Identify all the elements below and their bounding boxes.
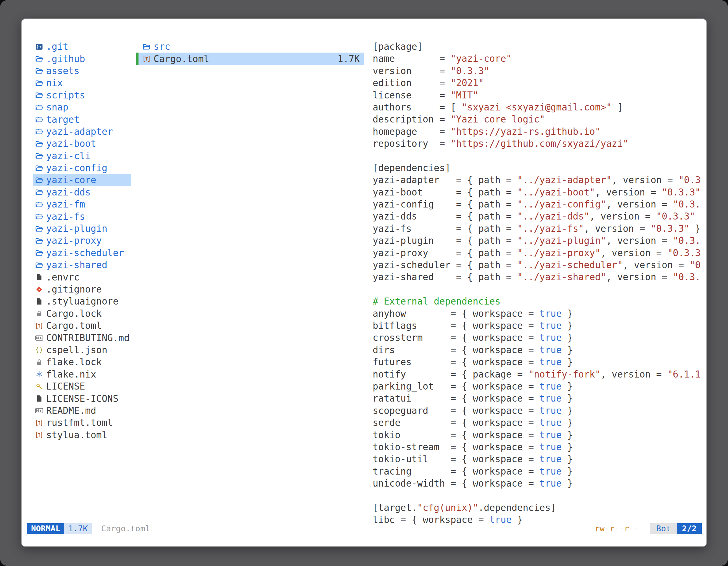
dir-entry-.git[interactable]: .git — [33, 41, 131, 53]
dir-entry-yazi-shared[interactable]: yazi-shared — [33, 259, 131, 271]
folder-icon — [34, 150, 44, 161]
dir-entry-src[interactable]: src — [136, 41, 364, 53]
preview-line: bitflags = { workspace = true } — [373, 319, 706, 332]
dir-entry-yazi-boot[interactable]: yazi-boot — [33, 138, 131, 150]
file-entry-stylua.toml[interactable]: stylua.toml — [33, 429, 131, 441]
file-preview-pane: [package]name = "yazi-core"version = "0.… — [373, 41, 706, 526]
file-icon — [34, 272, 44, 283]
toml-icon — [141, 53, 152, 64]
preview-line: edition = "2021" — [373, 77, 706, 89]
dir-entry-yazi-scheduler[interactable]: yazi-scheduler — [33, 247, 131, 259]
permissions-indicator: -rw-r--r-- — [590, 523, 639, 534]
dir-entry-assets[interactable]: assets — [33, 65, 131, 77]
folder-icon — [34, 126, 44, 137]
nix-icon — [34, 368, 44, 380]
preview-line: yazi-shared = { path = "../yazi-shared",… — [373, 271, 706, 283]
dir-entry-yazi-cli[interactable]: yazi-cli — [33, 150, 131, 162]
file-entry-.styluaignore[interactable]: .styluaignore — [33, 295, 131, 307]
entry-name: LICENSE — [46, 381, 85, 392]
preview-line: ratatui = { workspace = true } — [373, 392, 706, 404]
entry-name: .github — [46, 53, 85, 64]
preview-line: yazi-adapter = { path = "../yazi-adapter… — [373, 174, 706, 186]
dir-entry-yazi-config[interactable]: yazi-config — [33, 162, 131, 174]
entry-name: yazi-dds — [46, 187, 91, 198]
preview-line: yazi-proxy = { path = "../yazi-proxy", v… — [373, 247, 706, 259]
file-entry-cspell.json[interactable]: cspell.json — [33, 344, 131, 356]
preview-line: [target."cfg(unix)".dependencies] — [373, 502, 706, 514]
status-bar: NORMAL 1.7K Cargo.toml -rw-r--r-- Bot 2/… — [27, 523, 702, 534]
dir-entry-yazi-dds[interactable]: yazi-dds — [33, 186, 131, 198]
toml-icon — [34, 429, 44, 440]
entry-name: CONTRIBUTING.md — [46, 332, 130, 343]
entry-name: Cargo.lock — [46, 308, 102, 319]
entry-name: .envrc — [46, 272, 79, 283]
json-icon — [34, 344, 44, 355]
file-entry-Cargo.toml[interactable]: Cargo.toml — [33, 319, 131, 332]
preview-line: yazi-boot = { path = "../yazi-boot", ver… — [373, 186, 706, 198]
git-icon — [34, 284, 44, 295]
file-size-indicator: 1.7K — [64, 523, 92, 534]
entry-name: src — [154, 41, 170, 52]
preview-line: [package] — [373, 41, 706, 53]
current-directory-pane: srcCargo.toml1.7K — [136, 41, 364, 65]
entry-name: flake.lock — [46, 356, 102, 367]
preview-line: serde = { workspace = true } — [373, 417, 706, 429]
file-entry-flake.nix[interactable]: flake.nix — [33, 368, 131, 380]
preview-line — [373, 283, 706, 295]
yazi-window: .git.githubassetsnixscriptssnaptargetyaz… — [21, 18, 707, 547]
key-icon — [34, 381, 44, 392]
entry-name: yazi-shared — [46, 260, 107, 271]
dir-entry-target[interactable]: target — [33, 113, 131, 125]
file-entry-flake.lock[interactable]: flake.lock — [33, 356, 131, 368]
entry-name: LICENSE-ICONS — [46, 393, 118, 404]
status-filename: Cargo.toml — [101, 523, 150, 534]
dir-entry-yazi-fm[interactable]: yazi-fm — [33, 198, 131, 210]
file-entry-.gitignore[interactable]: .gitignore — [33, 283, 131, 295]
entry-name: yazi-config — [46, 163, 107, 173]
dir-entry-snap[interactable]: snap — [33, 101, 131, 113]
file-entry-LICENSE-ICONS[interactable]: LICENSE-ICONS — [33, 392, 131, 404]
preview-line: [dependencies] — [373, 162, 706, 174]
entry-name: yazi-cli — [46, 151, 91, 161]
dir-entry-scripts[interactable]: scripts — [33, 89, 131, 101]
folder-icon — [34, 175, 44, 186]
entry-name: Cargo.toml — [46, 320, 102, 331]
dir-entry-yazi-core[interactable]: yazi-core — [33, 174, 131, 186]
file-entry-CONTRIBUTING.md[interactable]: CONTRIBUTING.md — [33, 332, 131, 344]
entry-name: cspell.json — [46, 344, 107, 355]
file-entry-Cargo.lock[interactable]: Cargo.lock — [33, 307, 131, 319]
file-entry-Cargo.toml[interactable]: Cargo.toml1.7K — [136, 53, 364, 65]
entry-name: stylua.toml — [46, 429, 107, 440]
preview-line: # External dependencies — [373, 295, 706, 307]
preview-line — [373, 150, 706, 162]
dir-entry-yazi-fs[interactable]: yazi-fs — [33, 210, 131, 222]
entry-name: yazi-fs — [46, 211, 85, 222]
file-entry-.envrc[interactable]: .envrc — [33, 271, 131, 283]
dir-entry-yazi-proxy[interactable]: yazi-proxy — [33, 235, 131, 247]
permission-segment: -- — [614, 524, 624, 533]
permission-segment: r — [624, 524, 629, 533]
preview-line: anyhow = { workspace = true } — [373, 307, 706, 319]
file-entry-rustfmt.toml[interactable]: rustfmt.toml — [33, 417, 131, 429]
entry-name: yazi-adapter — [46, 126, 113, 137]
entry-name: yazi-fm — [46, 199, 85, 210]
dir-entry-yazi-plugin[interactable]: yazi-plugin — [33, 223, 131, 235]
file-entry-README.md[interactable]: README.md — [33, 405, 131, 417]
folder-icon — [34, 53, 44, 64]
dir-entry-nix[interactable]: nix — [33, 77, 131, 89]
markdown-icon — [34, 332, 44, 343]
folder-icon — [141, 41, 152, 52]
preview-line: homepage = "https://yazi-rs.github.io" — [373, 126, 706, 138]
preview-line — [373, 489, 706, 501]
markdown-icon — [34, 405, 44, 416]
file-entry-LICENSE[interactable]: LICENSE — [33, 380, 131, 392]
preview-line: yazi-config = { path = "../yazi-config",… — [373, 198, 706, 210]
entry-name: yazi-plugin — [46, 223, 107, 234]
dir-entry-.github[interactable]: .github — [33, 53, 131, 65]
permission-segment: r — [609, 524, 614, 533]
preview-line: futures = { workspace = true } — [373, 356, 706, 368]
dir-entry-yazi-adapter[interactable]: yazi-adapter — [33, 126, 131, 138]
preview-line: tracing = { workspace = true } — [373, 465, 706, 477]
preview-line: version = "0.3.3" — [373, 65, 706, 77]
scroll-position-label: Bot — [650, 523, 677, 534]
